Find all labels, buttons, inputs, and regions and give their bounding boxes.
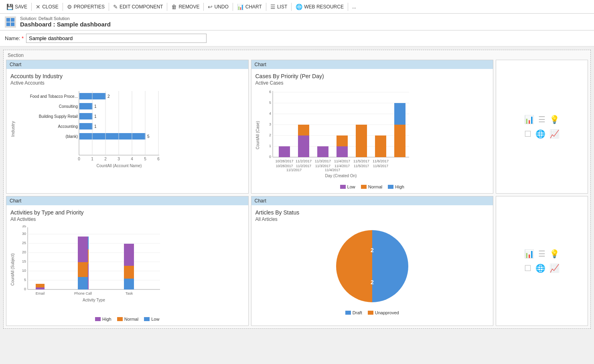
svg-text:1: 1 [94,114,97,119]
checkbox-icon[interactable]: ☐ [524,129,531,139]
close-button[interactable]: ✕ CLOSE [32,2,62,11]
svg-rect-102 [124,244,134,266]
bar-chart-icon[interactable]: 📊 [524,115,534,124]
toolbar-separator-3 [109,3,109,11]
chart-panel-body-3: Activities by Type and Priority All Acti… [6,205,248,326]
svg-text:1: 1 [91,157,93,161]
legend3-low-label: Low [151,317,159,322]
chart-panel-1: Chart Accounts by Industry Active Accoun… [6,60,249,194]
svg-text:11/4/2017: 11/4/2017 [334,159,350,163]
legend-normal-label: Normal [368,184,382,189]
dashboard-area: Section Chart Accounts by Industry Activ… [0,47,594,332]
legend3-high-color [95,317,101,321]
svg-text:11/5/2017: 11/5/2017 [354,164,369,168]
svg-text:Task: Task [126,291,133,295]
svg-rect-55 [317,146,328,157]
list-icon-2[interactable]: ☰ [538,249,545,259]
chart-panel-header-4: Chart [251,196,493,205]
svg-text:10: 10 [22,269,26,273]
page-title: Dashboard : Sample dashboard [20,21,111,28]
remove-icon: 🗑 [171,4,177,10]
legend-high: High [388,184,404,189]
svg-text:11/6/2017: 11/6/2017 [373,164,388,168]
list-button[interactable]: ☰ LIST [267,2,290,11]
empty-panel-bottom: 📊 ☰ 💡 ☐ 🌐 📈 [496,196,588,326]
edit-icon: ✎ [113,4,118,10]
line-chart-icon-2[interactable]: 📈 [549,263,560,273]
lightbulb-icon[interactable]: 💡 [549,115,560,124]
name-input[interactable] [26,34,207,43]
chart-panel-body-2: Cases By Priority (Per Day) Active Cases… [251,69,493,193]
undo-icon: ↩ [208,4,213,10]
legend3-high-label: High [102,317,112,322]
legend4-draft: Draft [345,310,362,315]
legend3-normal-label: Normal [124,317,138,322]
svg-text:Food and Tobacco Proce...: Food and Tobacco Proce... [30,94,78,99]
chart2-title: Cases By Priority (Per Day) [255,73,489,79]
toolbar-separator-5 [203,3,204,11]
section-label: Section [6,53,588,58]
svg-text:10/28/2017: 10/28/2017 [275,159,293,163]
legend3-low-color [144,317,150,321]
legend-high-color [388,185,393,189]
legend3-high: High [95,317,112,322]
chart-button[interactable]: 📊 CHART [234,2,265,11]
legend4-unapproved-label: Unapproved [375,310,399,315]
legend-low-label: Low [347,184,355,189]
chart4-subtitle: All Articles [255,216,489,222]
more-button[interactable]: ... [349,3,359,11]
empty-panel-bottom-icons-row1: 📊 ☰ 💡 [524,249,560,259]
svg-text:0: 0 [269,155,271,159]
toolbar-separator-7 [266,3,266,11]
globe-icon[interactable]: 🌐 [535,129,545,139]
chart-panel-4: Chart Articles By Status All Articles [251,196,494,326]
line-chart-icon[interactable]: 📈 [549,129,560,139]
svg-rect-103 [124,266,134,279]
toolbar-separator-8 [291,3,292,11]
pie-container: 2 2 [255,226,489,306]
bar-chart-icon-2[interactable]: 📊 [524,249,534,259]
list-icon[interactable]: ☰ [538,115,545,124]
svg-text:0: 0 [78,157,80,161]
header-text: Solution: Default Solution Dashboard : S… [20,16,111,28]
lightbulb-icon-2[interactable]: 💡 [549,249,560,259]
svg-text:5: 5 [144,157,146,161]
svg-text:11/4/2017: 11/4/2017 [335,164,350,168]
svg-text:2: 2 [104,157,107,161]
dashboard-icon [5,16,16,28]
chart-panel-body-4: Articles By Status All Articles 2 [251,205,493,326]
svg-text:6: 6 [269,90,271,94]
svg-text:11/3/2017: 11/3/2017 [315,164,330,168]
page-header: Solution: Default Solution Dashboard : S… [0,14,594,30]
undo-button[interactable]: ↩ UNDO [205,2,231,11]
pie-chart-svg: 2 2 [332,226,412,306]
remove-button[interactable]: 🗑 REMOVE [168,2,203,11]
edit-component-button[interactable]: ✎ EDIT COMPONENT [110,2,166,11]
globe-icon-2[interactable]: 🌐 [535,263,545,273]
svg-rect-53 [298,125,309,135]
checkbox-icon-2[interactable]: ☐ [524,263,531,273]
toolbar-separator-6 [233,3,233,11]
save-button[interactable]: 💾 SAVE [3,2,30,11]
chart3-legend: High Normal Low [10,317,244,322]
svg-text:5: 5 [147,134,150,139]
svg-text:3: 3 [118,157,120,161]
properties-button[interactable]: ⚙ PROPERTIES [64,2,108,11]
chart4-legend: Draft Unapproved [255,310,489,315]
svg-rect-58 [337,135,348,146]
legend-low: Low [340,184,355,189]
chart1-svg: Food and Tobacco Proce... 2 Consulting 1… [17,89,165,169]
web-resource-button[interactable]: 🌐 WEB RESOURCE [292,2,347,11]
chart4-title: Articles By Status [255,209,489,216]
svg-text:5: 5 [269,101,271,105]
chart-panel-2: Chart Cases By Priority (Per Day) Active… [251,60,494,194]
svg-rect-104 [124,279,134,289]
svg-text:Consulting: Consulting [59,104,78,109]
svg-rect-60 [356,125,367,157]
chart-panel-3: Chart Activities by Type and Priority Al… [6,196,249,326]
section-container: Section Chart Accounts by Industry Activ… [3,50,591,329]
svg-text:11/2/2017: 11/2/2017 [296,164,311,168]
dashboard-grid: Chart Accounts by Industry Active Accoun… [6,60,588,326]
svg-text:CountAll (Account Name): CountAll (Account Name) [97,164,142,168]
svg-text:2: 2 [107,94,110,99]
